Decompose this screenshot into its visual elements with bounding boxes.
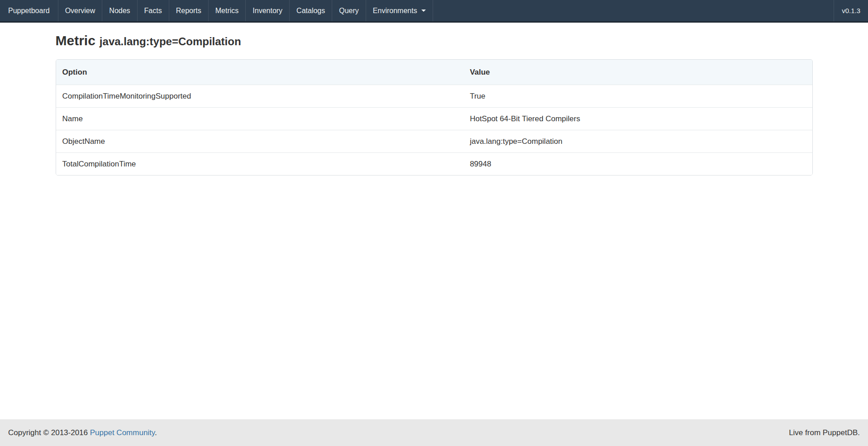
nav-item-query[interactable]: Query (332, 0, 366, 21)
value-cell: 89948 (463, 152, 812, 175)
page-title-metric: Metric (56, 33, 95, 48)
option-cell: Name (56, 107, 464, 130)
value-cell: HotSpot 64-Bit Tiered Compilers (463, 107, 812, 130)
option-cell: TotalCompilationTime (56, 152, 464, 175)
page-title: Metricjava.lang:type=Compilation (56, 33, 813, 50)
value-cell: java.lang:type=Compilation (463, 130, 812, 152)
main-content: Metricjava.lang:type=Compilation Option … (0, 23, 868, 419)
nav-item-environments-dropdown[interactable]: Environments (366, 0, 433, 21)
nav-item-facts[interactable]: Facts (138, 0, 169, 21)
table-row: CompilationTimeMonitoringSupported True (56, 85, 812, 107)
nav-item-metrics[interactable]: Metrics (209, 0, 246, 21)
nav-item-overview[interactable]: Overview (58, 0, 103, 21)
nav-item-nodes[interactable]: Nodes (102, 0, 137, 21)
puppet-community-link[interactable]: Puppet Community (90, 428, 155, 437)
table-row: ObjectName java.lang:type=Compilation (56, 130, 812, 152)
top-navbar: Puppetboard Overview Nodes Facts Reports… (0, 0, 868, 23)
page-footer: Copyright © 2013-2016 Puppet Community. … (0, 419, 868, 446)
nav-item-environments-label: Environments (373, 0, 417, 21)
nav-item-reports[interactable]: Reports (169, 0, 209, 21)
table-header-row: Option Value (56, 60, 812, 85)
table-row: TotalCompilationTime 89948 (56, 152, 812, 175)
puppetdb-status-text: Live from PuppetDB. (789, 428, 860, 437)
navbar-spacer (433, 0, 834, 21)
nav-item-catalogs[interactable]: Catalogs (290, 0, 332, 21)
copyright-suffix: . (155, 428, 157, 437)
column-header-option: Option (56, 60, 464, 85)
column-header-value: Value (463, 60, 812, 85)
page-title-metric-name: java.lang:type=Compilation (100, 35, 241, 47)
metric-table: Option Value CompilationTimeMonitoringSu… (56, 59, 813, 176)
nav-brand-puppetboard[interactable]: Puppetboard (0, 0, 58, 21)
nav-item-inventory[interactable]: Inventory (246, 0, 290, 21)
value-cell: True (463, 85, 812, 107)
version-label: v0.1.3 (834, 0, 868, 21)
table-row: Name HotSpot 64-Bit Tiered Compilers (56, 107, 812, 130)
option-cell: CompilationTimeMonitoringSupported (56, 85, 464, 107)
copyright-text: Copyright © 2013-2016 Puppet Community. (8, 428, 157, 437)
option-cell: ObjectName (56, 130, 464, 152)
copyright-prefix: Copyright © 2013-2016 (8, 428, 88, 437)
chevron-down-icon (421, 9, 426, 12)
